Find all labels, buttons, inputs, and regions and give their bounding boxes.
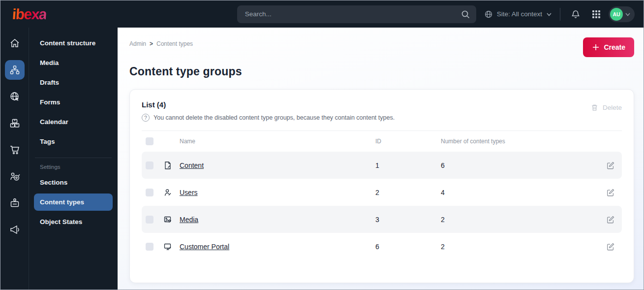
sidebar-item-drafts[interactable]: Drafts (34, 74, 113, 91)
user-menu[interactable]: AU (609, 6, 635, 22)
apps-grid-button[interactable] (588, 6, 605, 23)
table-header-row: Name ID Number of content types (142, 131, 622, 152)
image-icon (163, 215, 180, 224)
group-id: 3 (375, 216, 441, 224)
group-id: 6 (375, 243, 441, 251)
sidebar-item-sections[interactable]: Sections (34, 174, 113, 191)
edit-group-button[interactable] (603, 185, 618, 200)
globe-cursor-icon (9, 91, 21, 102)
sidebar-item-forms[interactable]: Forms (34, 94, 113, 111)
breadcrumb: Admin > Content types (129, 37, 193, 47)
delete-button[interactable]: Delete (590, 100, 622, 112)
rail-item-personalization[interactable] (5, 166, 25, 186)
packages-icon (9, 117, 21, 129)
site-context-selector[interactable]: Site: All context (484, 10, 552, 19)
content-type-group-link[interactable]: Customer Portal (180, 243, 375, 251)
avatar: AU (610, 8, 623, 21)
megaphone-icon (9, 224, 21, 235)
secondary-sidebar: Content structure Media Drafts Forms Cal… (29, 28, 118, 290)
file-icon (163, 161, 180, 170)
chevron-down-icon (625, 11, 631, 17)
create-button-label: Create (604, 43, 625, 51)
chevron-down-icon (546, 11, 552, 17)
col-header-name: Name (180, 138, 375, 145)
global-search (237, 5, 476, 23)
sidebar-item-content-types[interactable]: Content types (34, 193, 113, 211)
create-button[interactable]: Create (583, 37, 634, 57)
table-row: Media 3 2 (142, 206, 622, 233)
search-icon[interactable] (460, 9, 470, 19)
edit-icon (606, 215, 615, 224)
rail-item-content[interactable] (5, 60, 25, 80)
rail-item-dashboard[interactable] (5, 33, 25, 53)
list-title: List (4) (142, 100, 395, 109)
edit-group-button[interactable] (603, 212, 618, 227)
rail-item-campaigns[interactable] (5, 220, 25, 239)
sitemap-icon (9, 64, 21, 76)
sidebar-item-media[interactable]: Media (34, 54, 113, 71)
page-title: Content type groups (129, 65, 634, 78)
breadcrumb-admin[interactable]: Admin (129, 40, 146, 47)
cart-icon (9, 144, 21, 156)
home-icon (9, 37, 21, 49)
sidebar-item-object-states[interactable]: Object States (34, 213, 113, 230)
rail-item-product-catalog[interactable] (5, 113, 25, 133)
card-head-left: List (4) ? You cannot delete the disable… (142, 100, 395, 122)
select-all-checkbox[interactable] (146, 137, 153, 145)
edit-icon (606, 242, 615, 251)
globe-icon (484, 10, 493, 19)
plus-icon (592, 43, 600, 51)
groups-table: Name ID Number of content types Content … (142, 131, 622, 260)
group-count: 6 (441, 161, 596, 169)
sidebar-item-tags[interactable]: Tags (34, 133, 113, 150)
group-count: 2 (441, 216, 596, 224)
edit-group-button[interactable] (603, 239, 618, 254)
topbar-divider (560, 8, 560, 21)
edit-group-button[interactable] (603, 158, 618, 173)
group-id: 2 (375, 189, 441, 196)
rail-item-site[interactable] (5, 87, 25, 106)
row-checkbox[interactable] (146, 243, 153, 251)
row-checkbox[interactable] (146, 161, 153, 169)
sidebar-item-calendar[interactable]: Calendar (34, 113, 113, 130)
row-checkbox[interactable] (146, 216, 153, 224)
col-header-id: ID (375, 138, 441, 145)
table-row: Content 1 6 (142, 152, 622, 179)
table-row: Customer Portal 6 2 (142, 233, 622, 260)
question-circle-icon: ? (142, 114, 150, 122)
content-type-groups-card: List (4) ? You cannot delete the disable… (129, 89, 634, 283)
monitor-icon (163, 242, 180, 251)
group-count: 4 (441, 189, 596, 196)
group-count: 2 (441, 243, 596, 251)
top-bar: ibexa Site: All context AU (0, 0, 644, 28)
bell-icon (571, 9, 581, 19)
rail-item-commerce[interactable] (5, 140, 25, 160)
body-row: Content structure Media Drafts Forms Cal… (0, 28, 644, 290)
edit-icon (606, 161, 615, 170)
breadcrumb-separator: > (150, 40, 153, 47)
content-type-group-link[interactable]: Media (180, 216, 375, 224)
notifications-button[interactable] (567, 6, 584, 23)
app-window: ibexa Site: All context AU (0, 0, 644, 290)
icon-rail (0, 28, 29, 290)
info-text: You cannot delete the disabled content t… (153, 114, 395, 121)
sidebar-item-content-structure[interactable]: Content structure (34, 34, 113, 52)
table-row: Users 2 4 (142, 179, 622, 206)
site-context-label: Site: All context (497, 10, 542, 18)
delete-button-label: Delete (603, 104, 622, 111)
sidebar-divider (35, 158, 112, 158)
search-input[interactable] (237, 5, 476, 23)
edit-icon (606, 188, 615, 197)
info-line: ? You cannot delete the disabled content… (142, 114, 395, 122)
content-type-group-link[interactable]: Users (180, 189, 375, 196)
sidebar-section-settings: Settings (34, 164, 113, 174)
badge-icon (9, 197, 21, 209)
col-header-count: Number of content types (441, 138, 596, 145)
content-type-group-link[interactable]: Content (180, 161, 375, 169)
breadcrumb-current: Content types (156, 40, 193, 47)
target-icon (9, 170, 21, 182)
trash-icon (590, 103, 599, 112)
rail-item-admin[interactable] (5, 193, 25, 213)
ibexa-logo[interactable]: ibexa (12, 6, 47, 23)
row-checkbox[interactable] (146, 189, 153, 196)
